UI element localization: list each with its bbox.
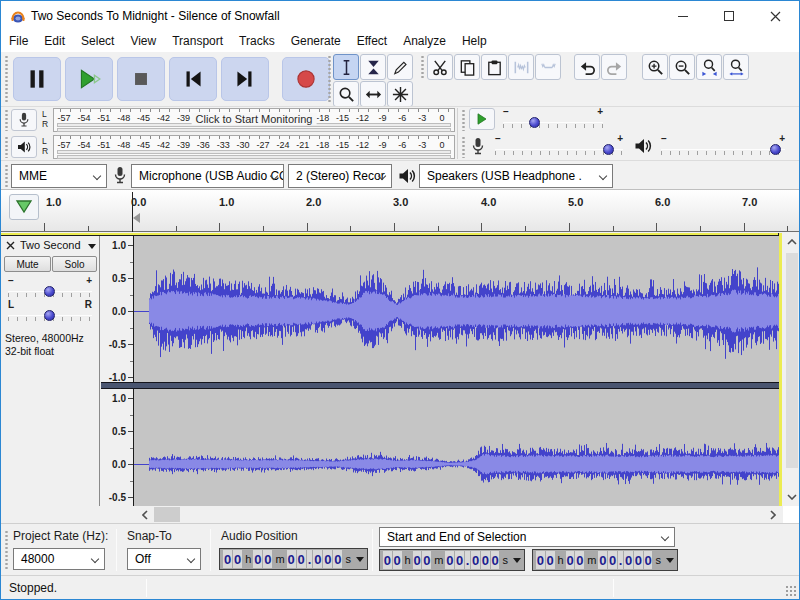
play-meter-grip[interactable]	[4, 136, 9, 158]
play-button[interactable]	[65, 57, 113, 101]
multi-tool-tool-button[interactable]	[387, 81, 413, 107]
solo-button[interactable]: Solo	[52, 256, 97, 272]
time-digit[interactable]: 0	[393, 551, 402, 569]
waveform-display[interactable]	[134, 236, 779, 506]
time-digit[interactable]: 0	[491, 551, 500, 569]
mixer-grip[interactable]	[461, 136, 466, 158]
time-digit[interactable]: 0	[471, 551, 480, 569]
horizontal-scrollbar[interactable]	[1, 506, 783, 523]
zoom-tool-button[interactable]	[333, 81, 359, 107]
time-digit[interactable]: 0	[263, 550, 272, 568]
selection-toolbar-grip[interactable]	[4, 530, 9, 570]
gain-slider[interactable]: –+	[6, 276, 94, 300]
menu-item-transport[interactable]: Transport	[164, 31, 231, 52]
edit-grip[interactable]	[420, 55, 425, 80]
snap-to-select[interactable]: Off	[127, 548, 201, 570]
input-device-select[interactable]: Microphone (USB Audio CO	[131, 164, 284, 188]
maximize-button[interactable]	[706, 1, 752, 31]
track-menu-icon[interactable]	[88, 244, 96, 249]
time-digit[interactable]: 0	[323, 550, 332, 568]
time-digit[interactable]: 0	[624, 551, 633, 569]
tools-grip[interactable]	[327, 55, 332, 103]
scroll-right-icon[interactable]	[765, 506, 781, 523]
time-digit[interactable]: 0	[598, 551, 607, 569]
menu-item-analyze[interactable]: Analyze	[395, 31, 454, 52]
selection-end-field[interactable]: 00h00m00.000s	[532, 549, 678, 571]
transport-grip[interactable]	[4, 55, 9, 103]
time-digit[interactable]: 0	[455, 551, 464, 569]
slider-thumb[interactable]	[603, 144, 614, 155]
redo-button[interactable]	[601, 54, 627, 80]
output-device-select[interactable]: Speakers (USB Headphone .	[419, 164, 613, 188]
selection-mode-select[interactable]: Start and End of Selection	[379, 527, 675, 547]
pause-button[interactable]	[13, 57, 61, 101]
minimize-button[interactable]	[660, 1, 706, 31]
scroll-up-icon[interactable]	[784, 235, 800, 249]
menu-item-effect[interactable]: Effect	[349, 31, 395, 52]
zoom-selection-button[interactable]	[696, 54, 722, 80]
time-digit[interactable]: 0	[445, 551, 454, 569]
playhead-pin-icon[interactable]	[133, 213, 140, 223]
track-title[interactable]: Two Second	[20, 239, 87, 252]
slider-thumb[interactable]	[770, 144, 781, 155]
time-digit[interactable]: 0	[333, 550, 342, 568]
pan-slider[interactable]: LR	[6, 300, 94, 324]
vertical-scrollbar[interactable]	[784, 233, 800, 506]
time-shift-tool-button[interactable]	[360, 81, 386, 107]
timeline-options-button[interactable]	[9, 194, 39, 220]
resize-grip-icon[interactable]	[785, 585, 797, 597]
play-speed-grip[interactable]	[461, 109, 466, 131]
project-rate-select[interactable]: 48000	[13, 548, 105, 570]
copy-button[interactable]	[454, 54, 480, 80]
audio-host-select[interactable]: MME	[11, 164, 107, 188]
play-speed-slider[interactable]: –+	[501, 107, 605, 132]
zoom-fit-button[interactable]	[723, 54, 749, 80]
menu-item-edit[interactable]: Edit	[36, 31, 73, 52]
slider-track[interactable]	[661, 149, 785, 150]
slider-thumb[interactable]	[44, 310, 55, 321]
time-digit[interactable]: 0	[223, 550, 232, 568]
selection-tool-button[interactable]	[333, 54, 359, 80]
time-digit[interactable]: 0	[536, 551, 545, 569]
record-volume-slider[interactable]: –+	[493, 134, 625, 159]
time-digit[interactable]: 0	[546, 551, 555, 569]
time-digit[interactable]: 0	[233, 550, 242, 568]
chevron-down-icon[interactable]	[356, 557, 364, 562]
record-meter-grip[interactable]	[4, 109, 9, 131]
play-meter-button[interactable]	[11, 136, 37, 158]
timeline-ruler[interactable]: 1.00.01.02.03.04.05.06.07.0	[1, 190, 799, 232]
mute-button[interactable]: Mute	[4, 256, 51, 272]
time-digit[interactable]: 0	[413, 551, 422, 569]
playhead-cursor[interactable]	[132, 192, 133, 232]
slider-thumb[interactable]	[529, 117, 540, 128]
chevron-down-icon[interactable]	[666, 558, 674, 563]
close-button[interactable]	[752, 1, 799, 31]
channel-separator[interactable]	[101, 382, 779, 389]
time-digit[interactable]: 0	[566, 551, 575, 569]
cut-button[interactable]	[427, 54, 453, 80]
audio-position-field[interactable]: 00h00m00.000s	[219, 548, 368, 570]
play-volume-slider[interactable]: –+	[659, 134, 787, 159]
vertical-scale-ruler[interactable]: 1.00.50.0-0.5-1.01.00.50.0-0.5	[101, 236, 133, 506]
paste-button[interactable]	[481, 54, 507, 80]
track-close-button[interactable]	[4, 239, 17, 252]
menu-item-tracks[interactable]: Tracks	[231, 31, 283, 52]
time-digit[interactable]: 0	[481, 551, 490, 569]
play-at-speed-button[interactable]	[469, 108, 495, 130]
horizontal-scrollbar-thumb[interactable]	[154, 507, 180, 522]
menu-item-help[interactable]: Help	[454, 31, 495, 52]
trim-audio-button[interactable]	[508, 54, 534, 80]
selection-start-field[interactable]: 00h00m00.000s	[379, 549, 525, 571]
stop-button[interactable]	[117, 57, 165, 101]
scroll-down-icon[interactable]	[784, 490, 800, 504]
time-digit[interactable]: 0	[575, 551, 584, 569]
skip-start-button[interactable]	[169, 57, 217, 101]
chevron-down-icon[interactable]	[513, 558, 521, 563]
meter-overlay-text[interactable]: Click to Start Monitoring	[192, 113, 317, 125]
envelope-tool-button[interactable]	[360, 54, 386, 80]
time-digit[interactable]: 0	[644, 551, 653, 569]
slider-track[interactable]	[503, 122, 603, 123]
draw-tool-button[interactable]	[387, 54, 413, 80]
menu-item-file[interactable]: File	[1, 31, 36, 52]
vertical-scrollbar-thumb[interactable]	[786, 253, 798, 468]
